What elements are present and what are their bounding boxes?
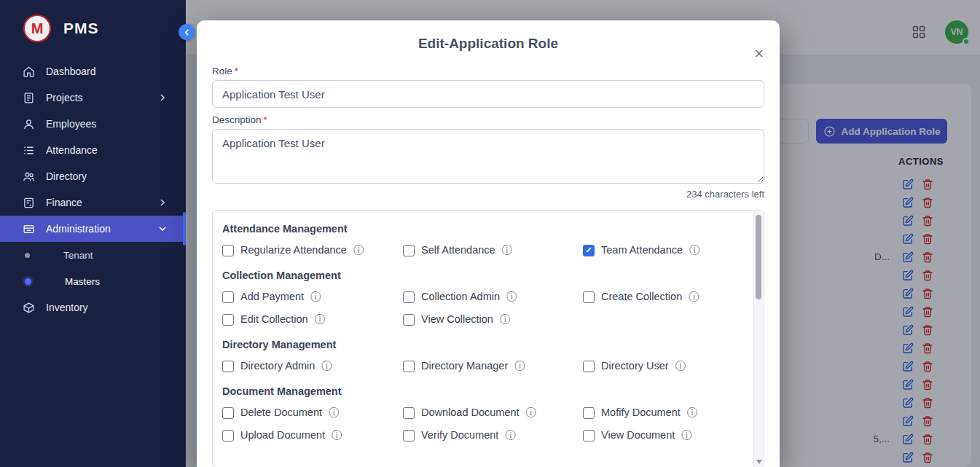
checkbox[interactable] xyxy=(222,407,234,419)
info-icon[interactable]: ⓘ xyxy=(321,360,332,372)
close-icon[interactable]: × xyxy=(754,47,764,61)
permission-option-label: Verify Document xyxy=(421,429,498,442)
info-icon[interactable]: ⓘ xyxy=(514,360,525,372)
scrollbar-thumb[interactable] xyxy=(756,215,761,299)
required-mark: * xyxy=(235,66,238,76)
permission-option[interactable]: View Collectionⓘ xyxy=(403,313,583,326)
checkbox[interactable] xyxy=(403,245,415,256)
checkbox[interactable] xyxy=(222,430,234,442)
info-icon[interactable]: ⓘ xyxy=(502,244,512,256)
sidebar-nav: Dashboard Projects Employees xyxy=(0,58,186,321)
permission-option[interactable]: Self Attendanceⓘ xyxy=(403,244,583,256)
permission-grid: Add PaymentⓘCollection AdminⓘCreate Coll… xyxy=(222,291,734,326)
sidebar-subitem-masters[interactable]: Masters xyxy=(0,268,186,294)
home-icon xyxy=(23,66,35,78)
info-icon[interactable]: ⓘ xyxy=(310,291,321,303)
permission-option[interactable]: Verify Documentⓘ xyxy=(403,429,583,442)
checkbox[interactable] xyxy=(583,430,595,442)
sidebar-item-label: Employees xyxy=(46,118,96,130)
info-icon[interactable]: ⓘ xyxy=(329,407,339,419)
sidebar-item-finance[interactable]: Finance xyxy=(0,189,186,216)
required-mark: * xyxy=(264,114,267,125)
permission-grid: Directory AdminⓘDirectory ManagerⓘDirect… xyxy=(222,360,734,372)
permission-option-label: Collection Admin xyxy=(421,291,500,303)
info-icon[interactable]: ⓘ xyxy=(675,360,686,372)
sidebar-collapse-button[interactable] xyxy=(179,24,195,40)
checkbox[interactable] xyxy=(583,361,595,372)
info-icon[interactable]: ⓘ xyxy=(506,291,517,303)
sidebar-item-administration[interactable]: Administration xyxy=(0,216,186,242)
permission-option[interactable]: ✓Team Attendanceⓘ xyxy=(583,244,734,256)
permission-option[interactable]: Directory Userⓘ xyxy=(583,360,734,372)
permission-option-label: Team Attendance xyxy=(601,244,683,256)
sidebar-subitem-tenant[interactable]: Tenant xyxy=(0,242,186,268)
checkbox[interactable] xyxy=(403,430,415,442)
checkbox[interactable] xyxy=(222,361,234,372)
checkbox[interactable] xyxy=(583,407,595,419)
checkbox[interactable] xyxy=(222,245,234,256)
permission-group-title: Collection Management xyxy=(222,270,734,281)
sidebar-item-inventory[interactable]: Inventory xyxy=(0,294,186,321)
permission-option[interactable]: Delete Documentⓘ xyxy=(222,407,403,419)
checkbox-checked[interactable]: ✓ xyxy=(583,245,595,256)
permission-option[interactable]: Directory Adminⓘ xyxy=(222,360,403,372)
sidebar-item-projects[interactable]: Projects xyxy=(0,85,186,111)
permission-option-label: Add Payment xyxy=(240,291,304,303)
permission-grid: Regularize AttendanceⓘSelf Attendanceⓘ✓T… xyxy=(222,244,734,256)
info-icon[interactable]: ⓘ xyxy=(689,291,699,303)
permission-option[interactable]: Download Documentⓘ xyxy=(403,407,583,419)
sidebar-item-employees[interactable]: Employees xyxy=(0,111,186,137)
checkbox[interactable] xyxy=(403,314,415,326)
permission-option-label: Download Document xyxy=(421,407,520,419)
info-icon[interactable]: ⓘ xyxy=(526,407,536,419)
sidebar-item-label: Dashboard xyxy=(46,66,96,77)
permission-option-label: View Collection xyxy=(421,313,493,326)
checkbox[interactable] xyxy=(222,314,234,326)
administration-icon xyxy=(23,223,35,235)
edit-application-role-dialog: Edit-Application Role × Role* Descriptio… xyxy=(197,20,780,467)
info-icon[interactable]: ⓘ xyxy=(315,313,325,326)
info-icon[interactable]: ⓘ xyxy=(689,244,699,256)
permission-option-label: Create Collection xyxy=(601,291,682,303)
chevron-down-icon xyxy=(159,225,166,232)
permission-option[interactable]: Collection Adminⓘ xyxy=(403,291,583,303)
checkbox[interactable] xyxy=(403,407,415,419)
permission-option[interactable]: View Documentⓘ xyxy=(583,429,734,442)
sidebar-item-label: Inventory xyxy=(46,302,88,313)
permission-option[interactable]: Directory Managerⓘ xyxy=(403,360,583,372)
permission-option[interactable]: Regularize Attendanceⓘ xyxy=(222,244,403,256)
permission-option[interactable]: Add Paymentⓘ xyxy=(222,291,403,303)
directory-icon xyxy=(23,170,35,183)
checkbox[interactable] xyxy=(403,361,415,372)
permission-grid: Delete DocumentⓘDownload DocumentⓘMofify… xyxy=(222,407,734,442)
permissions-groups: Attendance ManagementRegularize Attendan… xyxy=(222,224,734,442)
checkbox[interactable] xyxy=(222,291,234,303)
sidebar-item-dashboard[interactable]: Dashboard xyxy=(0,58,186,85)
permission-group-title: Directory Management xyxy=(222,340,734,350)
info-icon[interactable]: ⓘ xyxy=(500,313,510,326)
info-icon[interactable]: ⓘ xyxy=(687,407,697,419)
info-icon[interactable]: ⓘ xyxy=(332,429,342,442)
description-textarea[interactable]: Application Test User xyxy=(212,129,764,184)
role-field-label: Role* xyxy=(212,66,764,77)
sidebar-item-directory[interactable]: Directory xyxy=(0,163,186,189)
info-icon[interactable]: ⓘ xyxy=(505,429,515,442)
info-icon[interactable]: ⓘ xyxy=(353,244,364,256)
permission-option-label: Self Attendance xyxy=(421,244,495,256)
info-icon[interactable]: ⓘ xyxy=(681,429,691,442)
sidebar-item-label: Tenant xyxy=(63,250,93,261)
permission-option-label: Directory User xyxy=(601,360,669,372)
permission-option-label: Directory Manager xyxy=(421,360,508,372)
employee-icon xyxy=(23,118,35,130)
sidebar-item-attendance[interactable]: Attendance xyxy=(0,137,186,163)
permission-option[interactable]: Upload Documentⓘ xyxy=(222,429,403,442)
role-input[interactable] xyxy=(212,80,764,108)
permission-option[interactable]: Mofify Documentⓘ xyxy=(583,407,734,419)
checkbox[interactable] xyxy=(583,291,595,303)
checkbox[interactable] xyxy=(403,291,415,303)
scroll-down-arrow-icon[interactable] xyxy=(756,460,762,464)
permission-option[interactable]: Edit Collectionⓘ xyxy=(222,313,403,326)
scrollbar[interactable] xyxy=(753,211,763,467)
description-field-label: Description* xyxy=(212,114,764,126)
permission-option[interactable]: Create Collectionⓘ xyxy=(583,291,734,303)
